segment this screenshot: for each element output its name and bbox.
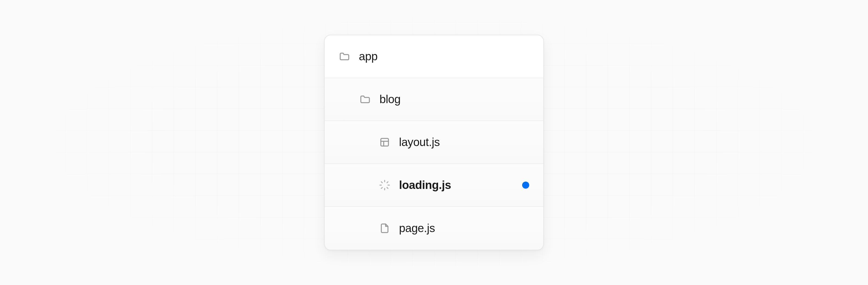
svg-line-6 — [387, 188, 388, 189]
svg-line-5 — [381, 182, 382, 183]
svg-line-10 — [387, 182, 388, 183]
tree-row-blog[interactable]: blog — [325, 78, 543, 121]
svg-line-9 — [381, 188, 382, 189]
tree-row-layout[interactable]: layout.js — [325, 121, 543, 164]
tree-label-page: page.js — [399, 222, 435, 235]
file-tree-panel: app blog layout.js — [324, 35, 544, 250]
layout-icon — [379, 137, 390, 148]
tree-row-page[interactable]: page.js — [325, 207, 543, 250]
tree-label-blog: blog — [379, 93, 401, 106]
file-icon — [379, 223, 390, 234]
tree-row-app[interactable]: app — [325, 35, 543, 78]
svg-rect-0 — [381, 138, 389, 146]
tree-label-app: app — [359, 50, 378, 63]
active-indicator-dot — [522, 181, 529, 189]
folder-icon — [339, 51, 350, 62]
tree-label-loading: loading.js — [399, 179, 451, 192]
folder-icon — [360, 94, 371, 105]
tree-row-loading[interactable]: loading.js — [325, 164, 543, 207]
spinner-icon — [379, 179, 390, 191]
tree-label-layout: layout.js — [399, 136, 440, 149]
